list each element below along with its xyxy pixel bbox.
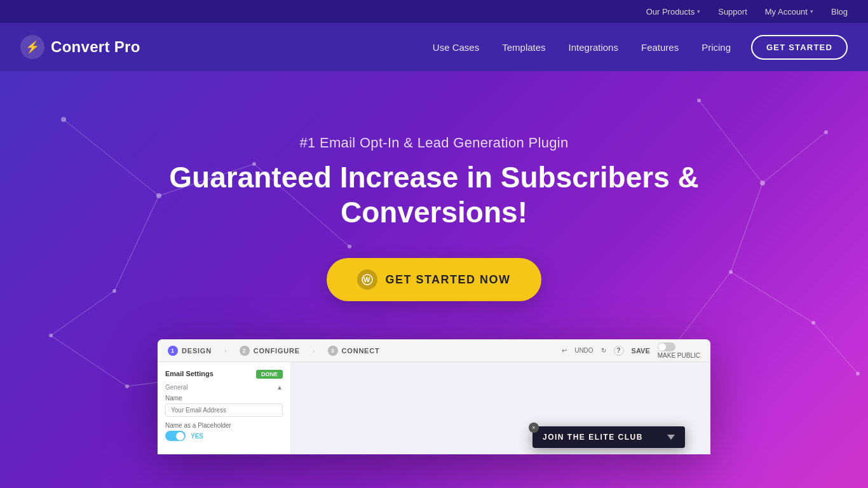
toolbar-save[interactable]: SAVE [632, 347, 650, 355]
svg-point-24 [729, 270, 733, 274]
svg-line-0 [64, 119, 159, 196]
sidebar-section-title: Email Settings DONE [165, 370, 283, 377]
sidebar-name-input[interactable] [165, 403, 283, 417]
sidebar-name-field: Name [165, 395, 283, 417]
toolbar-step-design[interactable]: 1 DESIGN [168, 346, 212, 356]
topbar-my-account-label: My Account [765, 7, 808, 17]
sidebar-toggle-label: YES [191, 433, 203, 440]
svg-line-11 [813, 323, 858, 374]
sidebar-group-label: General ▲ [165, 384, 283, 391]
nav-pricing[interactable]: Pricing [702, 42, 731, 53]
sidebar-done-badge[interactable]: DONE [256, 370, 283, 379]
svg-point-21 [697, 98, 701, 102]
svg-text:W: W [363, 276, 371, 283]
topbar-support[interactable]: Support [718, 7, 747, 17]
sidebar-toggle[interactable] [165, 431, 186, 441]
toggle-track [658, 342, 675, 351]
sidebar-placeholder-label: Name as a Placeholder [165, 422, 283, 429]
popup-arrow-icon [667, 435, 675, 440]
topbar-support-label: Support [718, 7, 747, 17]
nav-use-cases[interactable]: Use Cases [433, 42, 479, 53]
toggle-thumb [658, 343, 666, 351]
svg-point-15 [112, 289, 116, 293]
svg-point-16 [49, 334, 53, 337]
app-canvas: × JOIN THE ELITE CLUB [291, 362, 710, 454]
svg-point-13 [61, 117, 66, 122]
toolbar-step-configure[interactable]: 2 CONFIGURE [240, 346, 300, 356]
chevron-down-icon: ▾ [810, 8, 813, 15]
popup-preview: × JOIN THE ELITE CLUB [532, 426, 685, 448]
sidebar-collapse-icon[interactable]: ▲ [276, 384, 283, 391]
app-toolbar: 1 DESIGN › 2 CONFIGURE › 3 CONNECT ↩ UND… [158, 339, 710, 362]
wordpress-icon: W [357, 269, 377, 290]
step-1-number: 1 [168, 346, 178, 356]
logo-link[interactable]: ⚡ Convert Pro [20, 35, 140, 59]
toolbar-help[interactable]: ? [614, 346, 624, 356]
step-3-number: 3 [328, 346, 338, 356]
step-divider-2: › [313, 347, 315, 355]
popup-close-button[interactable]: × [529, 423, 539, 433]
toolbar-undo[interactable]: ↩ [562, 347, 567, 354]
svg-line-9 [731, 183, 763, 272]
step-2-label: CONFIGURE [254, 347, 300, 355]
nav-templates[interactable]: Templates [502, 42, 545, 53]
main-nav: ⚡ Convert Pro Use Cases Templates Integr… [0, 23, 868, 71]
hero-cta-label: GET STARTED NOW [385, 273, 510, 287]
svg-line-8 [763, 132, 826, 183]
nav-integrations[interactable]: Integrations [569, 42, 618, 53]
sidebar-placeholder-field: Name as a Placeholder YES [165, 422, 283, 441]
app-body: Email Settings DONE General ▲ Name Name … [158, 362, 710, 454]
svg-point-23 [824, 130, 828, 134]
svg-point-25 [811, 321, 815, 325]
top-bar: Our Products ▾ Support My Account ▾ Blog [0, 0, 868, 23]
svg-line-5 [51, 336, 127, 386]
make-public-label: MAKE PUBLIC [658, 352, 700, 359]
topbar-our-products-label: Our Products [646, 7, 695, 17]
svg-point-26 [856, 372, 860, 376]
step-1-label: DESIGN [182, 347, 212, 355]
nav-features[interactable]: Features [641, 42, 679, 53]
hero-cta-button[interactable]: W GET STARTED NOW [327, 258, 541, 301]
app-preview: 1 DESIGN › 2 CONFIGURE › 3 CONNECT ↩ UND… [158, 339, 710, 454]
nav-get-started-button[interactable]: GET STARTED [751, 35, 848, 60]
topbar-blog-label: Blog [831, 7, 848, 17]
svg-line-10 [731, 272, 813, 323]
toolbar-step-connect[interactable]: 3 CONNECT [328, 346, 380, 356]
svg-point-19 [125, 384, 129, 388]
hero-title: Guaranteed Increase in Subscribers & Con… [148, 160, 720, 230]
toolbar-redo[interactable]: ↻ [601, 347, 606, 354]
hero-subtitle: #1 Email Opt-In & Lead Generation Plugin [300, 135, 569, 151]
step-3-label: CONNECT [342, 347, 380, 355]
chevron-down-icon: ▾ [697, 8, 700, 15]
svg-line-2 [51, 291, 114, 336]
topbar-blog[interactable]: Blog [831, 7, 848, 17]
toolbar-actions: ↩ UNDO ↻ ? SAVE MAKE PUBLIC [562, 342, 700, 359]
logo-icon: ⚡ [20, 35, 44, 59]
app-sidebar: Email Settings DONE General ▲ Name Name … [158, 362, 291, 454]
popup-text: JOIN THE ELITE CLUB [543, 433, 643, 442]
svg-point-22 [760, 180, 765, 186]
logo-text: Convert Pro [51, 38, 140, 56]
step-divider-1: › [224, 347, 227, 355]
svg-point-18 [348, 245, 351, 248]
topbar-our-products[interactable]: Our Products ▾ [646, 7, 701, 17]
step-2-number: 2 [240, 346, 250, 356]
sidebar-name-label: Name [165, 395, 283, 402]
hero-section: #1 Email Opt-In & Lead Generation Plugin… [0, 71, 868, 488]
sidebar-toggle-row: YES [165, 431, 283, 441]
toolbar-make-public-toggle[interactable]: MAKE PUBLIC [658, 342, 700, 359]
nav-links: Use Cases Templates Integrations Feature… [433, 42, 731, 53]
toolbar-undo-label: UNDO [574, 347, 593, 354]
topbar-my-account[interactable]: My Account ▾ [765, 7, 813, 17]
